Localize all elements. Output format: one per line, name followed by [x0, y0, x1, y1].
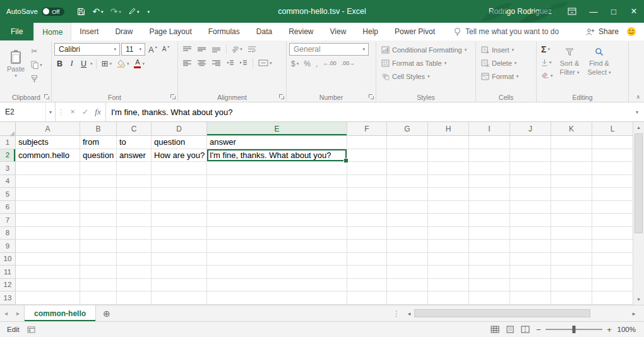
- cell-C11[interactable]: [117, 266, 152, 279]
- normal-view-button[interactable]: [487, 322, 503, 337]
- cell-B3[interactable]: [80, 162, 117, 175]
- fill-button[interactable]: ▾: [539, 56, 555, 68]
- merge-center-button[interactable]: ▾: [256, 57, 274, 69]
- cell-C12[interactable]: [117, 279, 152, 292]
- cell-L10[interactable]: [592, 253, 633, 266]
- row-header-5[interactable]: 5: [0, 188, 16, 201]
- row-header-12[interactable]: 12: [0, 279, 16, 292]
- cell-I9[interactable]: [469, 240, 510, 253]
- zoom-in-button[interactable]: +: [604, 325, 615, 334]
- row-header-4[interactable]: 4: [0, 175, 16, 188]
- cell-F2[interactable]: [347, 149, 387, 162]
- cell-I13[interactable]: [469, 291, 510, 305]
- row-header-7[interactable]: 7: [0, 214, 16, 227]
- cell-L7[interactable]: [592, 214, 633, 227]
- cell-G4[interactable]: [387, 175, 428, 188]
- cell-A4[interactable]: [16, 175, 80, 188]
- cell-L2[interactable]: [592, 149, 633, 162]
- cell-D2[interactable]: How are you?: [152, 149, 207, 162]
- cell-B2[interactable]: question: [80, 149, 117, 162]
- cell-K9[interactable]: [551, 240, 592, 253]
- tab-insert[interactable]: Insert: [71, 23, 107, 40]
- column-header-C[interactable]: C: [117, 122, 152, 136]
- cell-B13[interactable]: [80, 291, 117, 305]
- tab-page-layout[interactable]: Page Layout: [141, 23, 200, 40]
- row-header-8[interactable]: 8: [0, 227, 16, 240]
- cell-C2[interactable]: answer: [117, 149, 152, 162]
- cell-H1[interactable]: [428, 136, 469, 149]
- tab-home[interactable]: Home: [33, 23, 71, 40]
- cell-G5[interactable]: [387, 188, 428, 201]
- row-header-2[interactable]: 2: [0, 149, 16, 162]
- column-header-H[interactable]: H: [428, 122, 469, 136]
- cell-J4[interactable]: [510, 175, 551, 188]
- cell-J1[interactable]: [510, 136, 551, 149]
- share-button[interactable]: Share: [578, 23, 626, 40]
- cell-D9[interactable]: [152, 240, 207, 253]
- cell-J7[interactable]: [510, 214, 551, 227]
- cell-H5[interactable]: [428, 188, 469, 201]
- decrease-font-size-button[interactable]: A▾: [160, 44, 172, 56]
- cell-J2[interactable]: [510, 149, 551, 162]
- format-as-table-button[interactable]: Format as Table ▾: [379, 56, 473, 70]
- hscroll-thumb[interactable]: [414, 309, 590, 317]
- tab-power-pivot[interactable]: Power Pivot: [386, 23, 443, 40]
- font-color-button[interactable]: A ▾: [132, 58, 146, 70]
- formula-bar-expand-button[interactable]: ▾: [630, 102, 644, 121]
- cell-L4[interactable]: [592, 175, 633, 188]
- row-header-13[interactable]: 13: [0, 291, 16, 305]
- column-header-E[interactable]: E: [207, 122, 347, 136]
- cell-K6[interactable]: [551, 201, 592, 214]
- column-header-J[interactable]: J: [510, 122, 551, 136]
- cell-I12[interactable]: [469, 279, 510, 292]
- row-header-10[interactable]: 10: [0, 253, 16, 266]
- cell-J11[interactable]: [510, 266, 551, 279]
- column-header-L[interactable]: L: [592, 122, 633, 136]
- cell-E1[interactable]: answer: [207, 136, 347, 149]
- column-header-B[interactable]: B: [80, 122, 117, 136]
- tab-help[interactable]: Help: [354, 23, 386, 40]
- cell-G1[interactable]: [387, 136, 428, 149]
- cell-G7[interactable]: [387, 214, 428, 227]
- cell-L12[interactable]: [592, 279, 633, 292]
- cell-J5[interactable]: [510, 188, 551, 201]
- cell-G6[interactable]: [387, 201, 428, 214]
- bold-button[interactable]: B: [54, 58, 65, 70]
- cell-L1[interactable]: [592, 136, 633, 149]
- cell-E3[interactable]: [207, 162, 347, 175]
- cell-L13[interactable]: [592, 291, 633, 305]
- tab-file[interactable]: File: [0, 23, 33, 40]
- cell-B5[interactable]: [80, 188, 117, 201]
- cell-B9[interactable]: [80, 240, 117, 253]
- sheet-nav-left-button[interactable]: ◂: [0, 305, 12, 321]
- cell-J6[interactable]: [510, 201, 551, 214]
- cell-D1[interactable]: question: [152, 136, 207, 149]
- cell-H8[interactable]: [428, 227, 469, 240]
- page-break-view-button[interactable]: [518, 322, 533, 337]
- cell-G2[interactable]: [387, 149, 428, 162]
- tab-data[interactable]: Data: [248, 23, 280, 40]
- cell-G12[interactable]: [387, 279, 428, 292]
- name-box-caret-icon[interactable]: ▾: [45, 102, 55, 121]
- cell-F3[interactable]: [347, 162, 387, 175]
- align-top-button[interactable]: [181, 43, 194, 55]
- font-name-select[interactable]: Calibri ▾: [54, 43, 120, 56]
- cell-E7[interactable]: [207, 214, 347, 227]
- italic-button[interactable]: I: [66, 58, 77, 70]
- cell-C13[interactable]: [117, 291, 152, 305]
- cell-A10[interactable]: [16, 253, 80, 266]
- cell-F5[interactable]: [347, 188, 387, 201]
- sheet-nav-right-button[interactable]: ▸: [12, 305, 24, 321]
- cell-I6[interactable]: [469, 201, 510, 214]
- cell-H7[interactable]: [428, 214, 469, 227]
- cell-A9[interactable]: [16, 240, 80, 253]
- row-header-11[interactable]: 11: [0, 266, 16, 279]
- orientation-button[interactable]: ab▾: [230, 43, 244, 55]
- cell-C4[interactable]: [117, 175, 152, 188]
- new-sheet-button[interactable]: ⊕: [96, 305, 117, 321]
- cell-B7[interactable]: [80, 214, 117, 227]
- cell-B6[interactable]: [80, 201, 117, 214]
- ink-button[interactable]: ▾: [126, 6, 142, 16]
- tab-draw[interactable]: Draw: [107, 23, 141, 40]
- cell-E2[interactable]: I'm fine, thanks. What about you?: [207, 149, 347, 162]
